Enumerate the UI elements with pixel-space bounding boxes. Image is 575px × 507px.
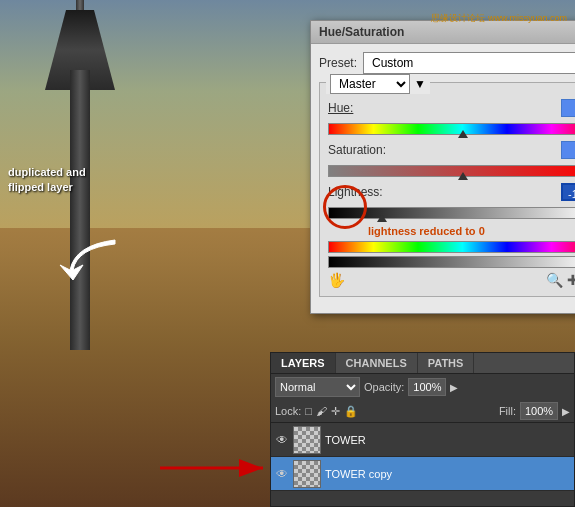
watermark: 思缘设计论坛 www.missyuan.com — [431, 12, 567, 25]
opacity-input[interactable]: 100% — [408, 378, 446, 396]
annotation-text: duplicated and flipped layer — [8, 165, 98, 196]
layer-thumbnail-tower — [293, 426, 321, 454]
tab-layers[interactable]: LAYERS — [271, 353, 336, 373]
opacity-label: Opacity: — [364, 381, 404, 393]
layers-toolbar: Normal Opacity: 100% ▶ — [271, 374, 574, 400]
curved-arrow-icon — [55, 230, 125, 285]
saturation-value[interactable]: 0 — [561, 141, 575, 159]
preset-label: Preset: — [319, 56, 357, 70]
lightness-label: Lightness: — [328, 185, 400, 199]
hue-slider-container — [328, 123, 575, 135]
tab-channels[interactable]: CHANNELS — [336, 353, 418, 373]
dialog-box: Hue/Saturation OK Cancel Colorize Previe… — [310, 20, 575, 314]
channel-dropdown-icon: ▼ — [414, 77, 426, 91]
lock-position-icon[interactable]: ✛ — [331, 405, 340, 418]
layer-name-tower-copy: TOWER copy — [325, 468, 570, 480]
preset-select[interactable]: Custom — [363, 52, 575, 74]
layer-visibility-icon-tower-copy[interactable]: 👁 — [275, 467, 289, 481]
hue-row: Hue: 0 — [328, 99, 575, 117]
channel-select[interactable]: Master — [330, 74, 410, 94]
eyedropper-add-icon[interactable]: ✚ — [567, 272, 575, 288]
opacity-arrow-icon[interactable]: ▶ — [450, 382, 458, 393]
hand-tool-icon[interactable]: 🖐 — [328, 272, 345, 288]
bw-bar — [328, 256, 575, 268]
layers-panel: LAYERS CHANNELS PATHS Normal Opacity: 10… — [270, 352, 575, 507]
tower-body — [70, 70, 90, 350]
saturation-track[interactable] — [328, 165, 575, 177]
layer-name-tower: TOWER — [325, 434, 570, 446]
hue-thumb[interactable] — [458, 128, 468, 138]
fill-arrow-icon[interactable]: ▶ — [562, 406, 570, 417]
layer-visibility-icon-tower[interactable]: 👁 — [275, 433, 289, 447]
saturation-row: Saturation: 0 — [328, 141, 575, 159]
color-bars — [328, 241, 575, 268]
lock-transparent-icon[interactable]: □ — [305, 405, 312, 417]
lock-image-icon[interactable]: 🖌 — [316, 405, 327, 417]
preset-row: Preset: Custom ≡ — [319, 52, 575, 74]
lightness-row: Lightness: -100 — [328, 183, 575, 201]
channel-group-box: Master ▼ Hue: 0 — [319, 82, 575, 297]
fill-input[interactable] — [520, 402, 558, 420]
lightness-thumb[interactable] — [377, 212, 387, 222]
lightness-slider-container — [328, 207, 575, 219]
fill-label: Fill: — [499, 405, 516, 417]
eyedropper-icon[interactable]: 🔍 — [546, 272, 563, 288]
dialog-content: OK Cancel Colorize Preview Preset: — [311, 44, 575, 313]
layer-row-tower-copy[interactable]: 👁 TOWER copy — [271, 457, 574, 491]
lock-row: Lock: □ 🖌 ✛ 🔒 Fill: ▶ — [271, 400, 574, 423]
hue-track[interactable] — [328, 123, 575, 135]
blend-mode-select[interactable]: Normal — [275, 377, 360, 397]
lightness-note: lightness reduced to 0 — [368, 225, 575, 237]
lightness-track[interactable] — [328, 207, 575, 219]
tool-row: 🖐 🔍 ✚ — — [328, 272, 575, 288]
dialog-title: Hue/Saturation — [319, 25, 404, 39]
rainbow-bar-top — [328, 241, 575, 253]
lock-all-icon[interactable]: 🔒 — [344, 405, 358, 418]
saturation-thumb[interactable] — [458, 170, 468, 180]
layer-thumbnail-tower-copy — [293, 460, 321, 488]
lightness-value[interactable]: -100 — [561, 183, 575, 201]
channel-header: Master ▼ — [326, 74, 430, 94]
red-arrow-annotation — [155, 457, 275, 479]
hue-value[interactable]: 0 — [561, 99, 575, 117]
layer-row-tower[interactable]: 👁 TOWER — [271, 423, 574, 457]
hue-label: Hue: — [328, 101, 400, 115]
saturation-slider-container — [328, 165, 575, 177]
lock-label: Lock: — [275, 405, 301, 417]
saturation-label: Saturation: — [328, 143, 400, 157]
layers-tabs: LAYERS CHANNELS PATHS — [271, 353, 574, 374]
tab-paths[interactable]: PATHS — [418, 353, 475, 373]
